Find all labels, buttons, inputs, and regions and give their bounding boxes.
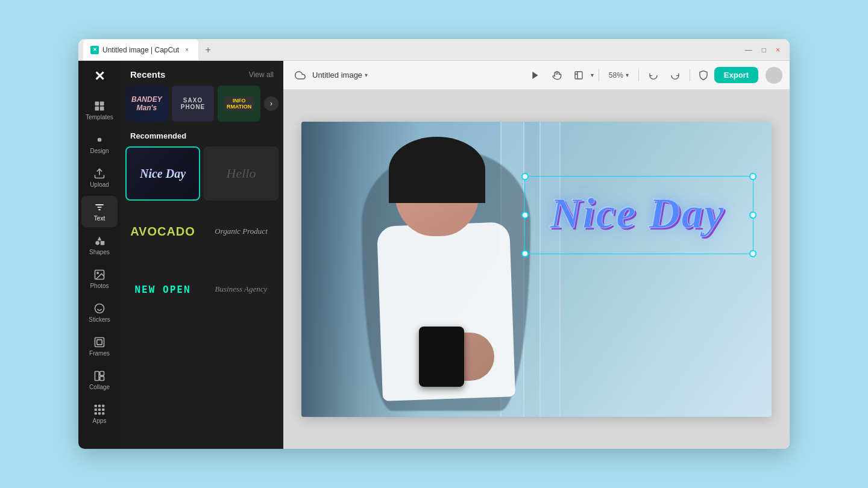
- minimize-button[interactable]: —: [743, 45, 755, 55]
- app-window: ✕ Untitled image | CapCut × + — □ × ✕ Te…: [78, 39, 790, 449]
- svg-rect-15: [95, 405, 97, 407]
- template-business-text: Business Agency: [215, 284, 268, 294]
- svg-point-4: [98, 138, 102, 142]
- sidebar-item-design[interactable]: Design: [81, 128, 118, 160]
- tab-close-button[interactable]: ×: [183, 46, 191, 54]
- recent-item-1[interactable]: BANDEYMan's: [125, 86, 168, 122]
- svg-rect-17: [102, 405, 104, 407]
- export-button[interactable]: Export: [714, 67, 758, 83]
- template-hello-text: Hello: [227, 166, 256, 181]
- sidebar-item-frames[interactable]: Frames: [81, 331, 118, 362]
- window-controls: — □ ×: [735, 45, 790, 55]
- undo-button[interactable]: [644, 66, 663, 85]
- user-avatar[interactable]: [766, 67, 782, 84]
- template-new-open-text: NEW OPEN: [134, 284, 190, 295]
- svg-point-8: [97, 272, 99, 274]
- redo-button[interactable]: [665, 66, 685, 85]
- frames-label: Frames: [89, 350, 110, 357]
- svg-rect-10: [95, 338, 104, 347]
- design-label: Design: [90, 148, 108, 154]
- hand-tool-button[interactable]: [547, 66, 567, 85]
- cloud-save-button[interactable]: [291, 66, 310, 85]
- layout-icon: [574, 70, 583, 80]
- template-hello[interactable]: Hello: [204, 146, 278, 201]
- active-tab[interactable]: ✕ Untitled image | CapCut ×: [83, 39, 198, 60]
- frames-icon: [93, 336, 105, 348]
- new-tab-button[interactable]: +: [201, 43, 215, 57]
- play-button[interactable]: [526, 66, 545, 85]
- photos-label: Photos: [90, 283, 108, 289]
- svg-rect-3: [100, 107, 104, 111]
- tab-bar: ✕ Untitled image | CapCut × +: [78, 39, 735, 60]
- stickers-label: Stickers: [89, 316, 110, 323]
- canvas-container: Nice Day: [283, 90, 790, 449]
- toolbar-divider-1: [599, 69, 599, 81]
- recents-row: BANDEYMan's SAXOPHONE INFORMATION ›: [125, 86, 278, 122]
- photos-icon: [93, 269, 105, 281]
- zoom-control[interactable]: 58% ▾: [604, 69, 634, 82]
- close-button[interactable]: ×: [773, 45, 782, 55]
- sidebar-item-text[interactable]: Text: [81, 196, 118, 227]
- svg-rect-25: [575, 72, 582, 79]
- file-name-display[interactable]: Untitled image ▾: [312, 70, 368, 80]
- template-business-agency[interactable]: Business Agency: [204, 262, 278, 316]
- svg-rect-16: [98, 405, 101, 407]
- toolbar-divider-2: [638, 69, 639, 81]
- recent-item-3[interactable]: INFORMATION: [218, 86, 260, 122]
- view-all-button[interactable]: View all: [249, 70, 274, 79]
- main-layout: ✕ Templates Design Upload Text Shapes: [78, 61, 790, 449]
- template-nice-day-text: Nice Day: [140, 167, 186, 181]
- svg-rect-11: [97, 340, 102, 345]
- shapes-icon: [93, 235, 105, 247]
- sidebar-item-collage[interactable]: Collage: [81, 364, 118, 396]
- file-name-chevron-icon: ▾: [365, 72, 368, 78]
- zoom-chevron-icon: ▾: [626, 72, 629, 78]
- sidebar-item-shapes[interactable]: Shapes: [81, 230, 118, 261]
- template-organic-text: Organic Product: [215, 227, 268, 236]
- text-panel: Recents View all BANDEYMan's SAXOPHONE I…: [121, 61, 283, 449]
- svg-rect-1: [100, 102, 104, 106]
- text-label: Text: [94, 215, 105, 222]
- recents-title: Recents: [130, 69, 165, 80]
- tab-title: Untitled image | CapCut: [102, 46, 179, 54]
- svg-rect-22: [98, 412, 101, 414]
- template-new-open[interactable]: NEW OPEN: [125, 262, 200, 316]
- sidebar-item-photos[interactable]: Photos: [81, 263, 118, 295]
- recommended-title: Recommended: [125, 131, 278, 146]
- maximize-button[interactable]: □: [760, 45, 769, 55]
- template-avocado-text: Avocado: [130, 225, 195, 239]
- layout-chevron-icon: ▾: [591, 72, 594, 78]
- recent-item-2[interactable]: SAXOPHONE: [172, 86, 215, 122]
- file-title: Untitled image: [312, 70, 362, 80]
- svg-rect-21: [95, 412, 97, 414]
- template-avocado[interactable]: Avocado: [125, 204, 200, 258]
- text-icon: [93, 201, 105, 213]
- design-icon: [93, 134, 105, 146]
- logo-icon: ✕: [94, 69, 105, 84]
- layout-button[interactable]: [569, 66, 588, 85]
- upload-label: Upload: [90, 181, 109, 188]
- svg-point-5: [95, 241, 99, 245]
- sidebar-item-stickers[interactable]: Stickers: [81, 297, 118, 328]
- canvas-image: [301, 122, 772, 417]
- shapes-label: Shapes: [89, 249, 110, 255]
- svg-rect-23: [102, 412, 104, 414]
- shield-button[interactable]: [695, 67, 712, 84]
- upload-icon: [93, 167, 105, 180]
- template-nice-day[interactable]: Nice Day: [125, 146, 200, 201]
- recents-next-button[interactable]: ›: [264, 96, 278, 111]
- woman-hair: [389, 137, 485, 203]
- canvas-text-nice-day[interactable]: Nice Day: [521, 173, 753, 254]
- template-organic[interactable]: Organic Product: [204, 204, 278, 258]
- sidebar-item-upload[interactable]: Upload: [81, 162, 118, 193]
- sidebar-icons: ✕ Templates Design Upload Text Shapes: [78, 61, 121, 449]
- svg-point-9: [95, 304, 104, 313]
- glass-panel-2: [539, 122, 561, 417]
- title-bar: ✕ Untitled image | CapCut × + — □ ×: [78, 39, 790, 61]
- svg-rect-19: [98, 408, 101, 411]
- redo-icon: [670, 70, 680, 80]
- sidebar-item-apps[interactable]: Apps: [81, 398, 118, 430]
- canvas[interactable]: Nice Day: [301, 122, 772, 417]
- apps-icon: [93, 404, 105, 416]
- sidebar-item-templates[interactable]: Templates: [81, 95, 118, 126]
